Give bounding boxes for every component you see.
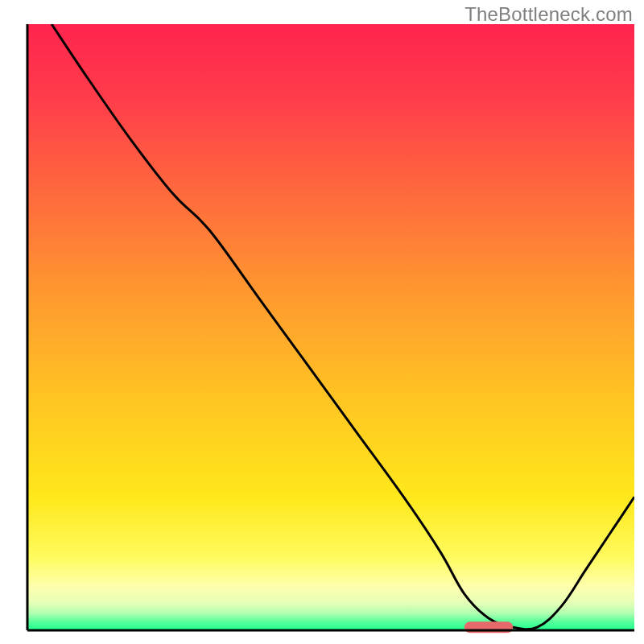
plot-background	[27, 24, 634, 630]
chart-container: TheBottleneck.com	[0, 0, 644, 644]
chart-svg	[0, 0, 644, 644]
